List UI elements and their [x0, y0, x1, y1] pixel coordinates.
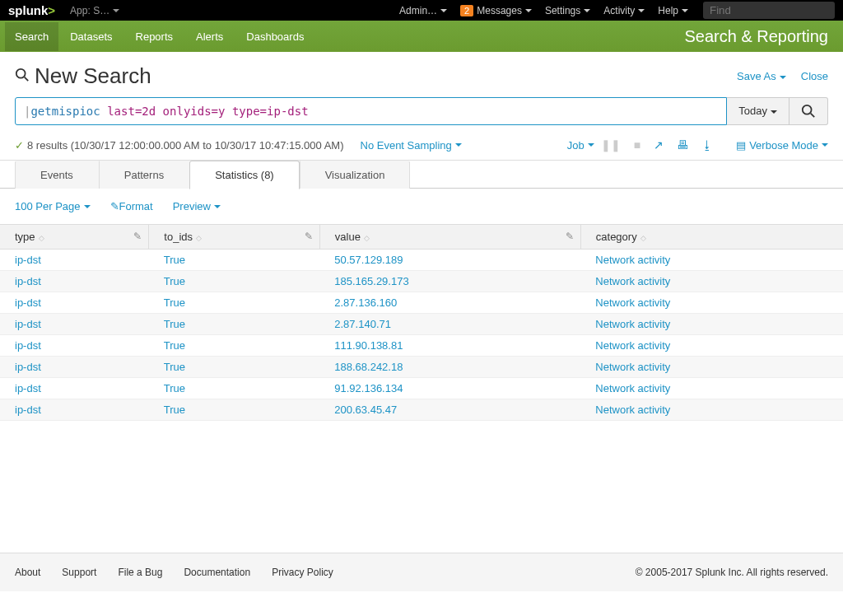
time-range-picker[interactable]: Today — [727, 97, 789, 125]
cell-type[interactable]: ip-dst — [15, 404, 41, 416]
table-row: ip-dstTrue2.87.140.71Network activity — [0, 314, 843, 335]
cell-value[interactable]: 111.90.138.81 — [334, 339, 403, 352]
nav-datasets[interactable]: Datasets — [70, 22, 112, 51]
cell-to_ids[interactable]: True — [164, 254, 185, 266]
sort-icon: ◇ — [364, 234, 370, 242]
svg-line-3 — [811, 114, 815, 118]
stop-icon: ■ — [634, 138, 640, 152]
footer-about[interactable]: About — [15, 567, 40, 578]
help-menu[interactable]: Help — [658, 5, 688, 16]
chevron-down-icon — [771, 110, 777, 114]
cell-value[interactable]: 185.165.29.173 — [334, 275, 408, 287]
cell-to_ids[interactable]: True — [164, 361, 185, 373]
col-to-ids[interactable]: to_ids◇✎ — [149, 225, 319, 250]
nav-alerts[interactable]: Alerts — [196, 22, 223, 51]
find-input[interactable] — [703, 2, 835, 19]
share-icon[interactable]: ↗ — [654, 138, 664, 152]
cell-type[interactable]: ip-dst — [15, 339, 41, 352]
admin-menu[interactable]: Admin… — [399, 5, 447, 16]
chevron-down-icon — [780, 76, 786, 79]
pencil-icon[interactable]: ✎ — [566, 231, 574, 242]
chevron-down-icon — [588, 143, 594, 147]
cell-value[interactable]: 2.87.136.160 — [334, 296, 397, 309]
messages-badge: 2 — [460, 5, 473, 16]
run-search-button[interactable] — [789, 97, 828, 125]
cell-to_ids[interactable]: True — [164, 296, 185, 309]
footer-privacy[interactable]: Privacy Policy — [272, 567, 333, 578]
close-button[interactable]: Close — [801, 70, 828, 82]
chevron-down-icon — [525, 9, 532, 12]
svg-point-2 — [803, 105, 812, 114]
cell-type[interactable]: ip-dst — [15, 382, 41, 394]
nav-search[interactable]: Search — [5, 22, 58, 51]
cell-category[interactable]: Network activity — [595, 382, 670, 394]
pencil-icon: ✎ — [110, 200, 119, 212]
col-category[interactable]: category◇ — [580, 225, 843, 250]
cell-to_ids[interactable]: True — [164, 318, 185, 330]
search-icon — [15, 66, 30, 87]
col-type[interactable]: type◇✎ — [0, 225, 149, 250]
tab-statistics[interactable]: Statistics (8) — [189, 161, 300, 189]
chevron-down-icon — [113, 9, 119, 12]
footer-file-a-bug[interactable]: File a Bug — [118, 567, 162, 578]
table-row: ip-dstTrue111.90.138.81Network activity — [0, 335, 843, 357]
cell-to_ids[interactable]: True — [164, 339, 185, 352]
download-icon[interactable]: ⭳ — [701, 138, 713, 152]
pause-icon: ❚❚ — [601, 138, 621, 152]
cell-to_ids[interactable]: True — [164, 382, 185, 394]
chevron-down-icon — [84, 205, 91, 208]
activity-menu[interactable]: Activity — [603, 5, 645, 16]
footer-documentation[interactable]: Documentation — [184, 567, 250, 578]
cell-value[interactable]: 2.87.140.71 — [334, 318, 391, 330]
cell-category[interactable]: Network activity — [595, 275, 670, 287]
format-button[interactable]: ✎ Format — [110, 200, 153, 212]
cell-category[interactable]: Network activity — [595, 339, 670, 352]
save-as-button[interactable]: Save As — [737, 70, 786, 82]
copyright: © 2005-2017 Splunk Inc. All rights reser… — [636, 567, 828, 578]
cell-category[interactable]: Network activity — [595, 296, 670, 309]
cell-type[interactable]: ip-dst — [15, 296, 41, 309]
cell-type[interactable]: ip-dst — [15, 361, 41, 373]
sort-icon: ◇ — [39, 234, 44, 242]
cell-type[interactable]: ip-dst — [15, 275, 41, 287]
search-input[interactable]: |getmispioc last=2d onlyids=y type=ip-ds… — [15, 97, 727, 125]
col-value[interactable]: value◇✎ — [319, 225, 580, 250]
print-icon[interactable]: 🖶 — [677, 138, 688, 152]
job-menu[interactable]: Job — [567, 139, 594, 152]
cell-category[interactable]: Network activity — [595, 318, 670, 330]
footer-support[interactable]: Support — [62, 567, 96, 578]
cell-category[interactable]: Network activity — [595, 254, 670, 266]
app-selector[interactable]: App: S… — [70, 5, 119, 16]
cell-value[interactable]: 91.92.136.134 — [334, 382, 403, 394]
per-page-selector[interactable]: 100 Per Page — [15, 200, 91, 212]
chevron-down-icon — [638, 9, 645, 12]
cell-value[interactable]: 50.57.129.189 — [334, 254, 403, 266]
cell-type[interactable]: ip-dst — [15, 254, 41, 266]
cell-category[interactable]: Network activity — [595, 404, 670, 416]
tab-patterns[interactable]: Patterns — [99, 161, 189, 189]
app-title: Search & Reporting — [684, 27, 828, 46]
search-mode[interactable]: ▤Verbose Mode — [736, 139, 828, 152]
tab-events[interactable]: Events — [15, 161, 99, 189]
preview-toggle[interactable]: Preview — [173, 200, 221, 212]
app-nav: Search Datasets Reports Alerts Dashboard… — [0, 21, 843, 52]
cell-value[interactable]: 188.68.242.18 — [334, 361, 403, 373]
nav-reports[interactable]: Reports — [136, 22, 174, 51]
cell-type[interactable]: ip-dst — [15, 318, 41, 330]
settings-menu[interactable]: Settings — [545, 5, 590, 16]
search-icon — [801, 104, 816, 119]
chevron-down-icon — [584, 9, 590, 12]
nav-dashboards[interactable]: Dashboards — [246, 22, 304, 51]
messages-menu[interactable]: 2Messages — [460, 5, 532, 16]
tab-visualization[interactable]: Visualization — [300, 161, 411, 189]
table-row: ip-dstTrue185.165.29.173Network activity — [0, 271, 843, 292]
table-controls: 100 Per Page ✎ Format Preview — [0, 189, 843, 224]
svg-point-0 — [16, 68, 26, 77]
pencil-icon[interactable]: ✎ — [133, 231, 142, 242]
cell-value[interactable]: 200.63.45.47 — [334, 404, 397, 416]
cell-to_ids[interactable]: True — [164, 404, 185, 416]
pencil-icon[interactable]: ✎ — [305, 231, 313, 242]
cell-to_ids[interactable]: True — [164, 275, 185, 287]
cell-category[interactable]: Network activity — [595, 361, 670, 373]
event-sampling[interactable]: No Event Sampling — [361, 139, 462, 152]
